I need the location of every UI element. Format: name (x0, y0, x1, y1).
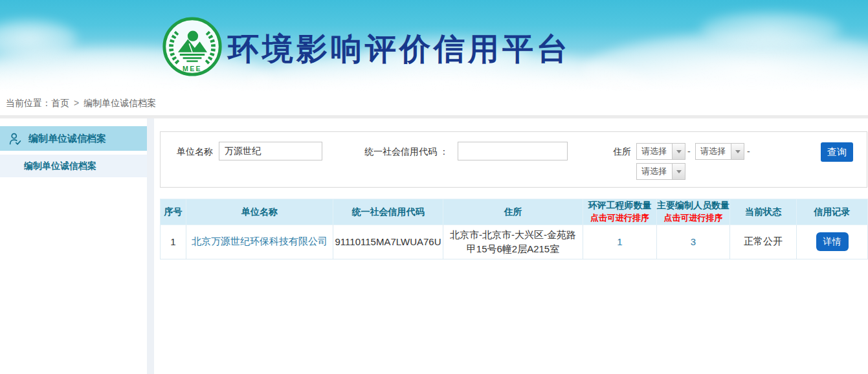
results-table: 序号 单位名称 统一社会信用代码 住所 环评工程师数量 点击可进行排序 主要编制… (160, 199, 868, 259)
site-banner: MEE 环境影响评价信用平台 (0, 0, 868, 91)
header-credit-record: 信用记录 (797, 199, 868, 225)
credit-code-value: 91110115MA7LWUA76U (333, 225, 443, 259)
breadcrumb: 当前位置：首页>编制单位诚信档案 (0, 91, 868, 115)
header-staff-count-sortable[interactable]: 主要编制人员数量 点击可进行排序 (657, 199, 730, 225)
breadcrumb-home-link[interactable]: 首页 (51, 98, 69, 108)
content-area: 单位名称 ： 统一社会信用代码 ： 住所 ： 请选择 - 请选择 - 请选择 查… (160, 118, 867, 259)
site-title: 环境影响评价信用平台 (228, 28, 571, 70)
district-select[interactable]: 请选择 (636, 163, 685, 180)
person-check-icon (8, 132, 22, 146)
detail-button[interactable]: 详情 (816, 232, 849, 251)
address-value: 北京市-北京市-大兴区-金苑路甲15号6幢2层A215室 (443, 225, 583, 259)
sidebar-content-divider (147, 118, 154, 374)
chevron-down-icon (672, 144, 685, 159)
address-dash: - (747, 146, 750, 157)
cloud-decoration (700, 12, 842, 47)
header-engineer-count-label: 环评工程师数量 (583, 200, 656, 212)
province-select-value: 请选择 (637, 144, 672, 159)
header-index: 序号 (161, 199, 186, 225)
district-select-value: 请选择 (637, 164, 672, 179)
province-select[interactable]: 请选择 (636, 143, 685, 160)
sort-hint: 点击可进行排序 (583, 212, 656, 224)
staff-count-link[interactable]: 3 (691, 236, 696, 247)
city-select[interactable]: 请选择 (695, 143, 744, 160)
credit-code-label: 统一社会信用代码 ： (364, 146, 449, 158)
table-row: 1 北京万源世纪环保科技有限公司 91110115MA7LWUA76U 北京市-… (161, 225, 868, 259)
breadcrumb-separator: > (74, 98, 79, 108)
address-dash: - (687, 146, 691, 157)
sidebar-item-label: 编制单位诚信档案 (28, 133, 106, 145)
engineer-count-link[interactable]: 1 (617, 236, 622, 247)
main-area: 编制单位诚信档案 编制单位诚信档案 单位名称 ： 统一社会信用代码 ： 住所 ：… (0, 118, 868, 374)
breadcrumb-prefix: 当前位置： (6, 98, 51, 108)
city-select-value: 请选择 (696, 144, 731, 159)
sidebar: 编制单位诚信档案 编制单位诚信档案 (0, 118, 147, 177)
breadcrumb-current-link[interactable]: 编制单位诚信档案 (83, 98, 156, 108)
chevron-down-icon (672, 164, 685, 179)
status-value: 正常公开 (730, 225, 797, 259)
header-credit-code: 统一社会信用代码 (333, 199, 443, 225)
header-engineer-count-sortable[interactable]: 环评工程师数量 点击可进行排序 (583, 199, 657, 225)
header-address: 住所 (443, 199, 583, 225)
mee-logo-icon: MEE (161, 16, 223, 78)
header-staff-count-label: 主要编制人员数量 (657, 200, 729, 212)
sort-hint: 点击可进行排序 (657, 212, 729, 224)
header-unit-name: 单位名称 (186, 199, 333, 225)
mee-logo-text: MEE (183, 65, 202, 72)
sidebar-item-unit-credit-archive-active[interactable]: 编制单位诚信档案 (0, 126, 147, 151)
query-button[interactable]: 查询 (821, 142, 853, 162)
unit-name-input[interactable] (219, 142, 322, 160)
unit-name-link[interactable]: 北京万源世纪环保科技有限公司 (192, 236, 328, 247)
credit-code-input[interactable] (458, 142, 568, 160)
row-index: 1 (161, 225, 186, 259)
chevron-down-icon (731, 144, 744, 159)
header-status: 当前状态 (730, 199, 797, 225)
unit-name-label: 单位名称 ： (177, 146, 225, 158)
search-form: 单位名称 ： 统一社会信用代码 ： 住所 ： 请选择 - 请选择 - 请选择 查… (160, 131, 867, 188)
sidebar-item-unit-credit-archive[interactable]: 编制单位诚信档案 (0, 155, 147, 177)
table-header-row: 序号 单位名称 统一社会信用代码 住所 环评工程师数量 点击可进行排序 主要编制… (161, 199, 868, 225)
